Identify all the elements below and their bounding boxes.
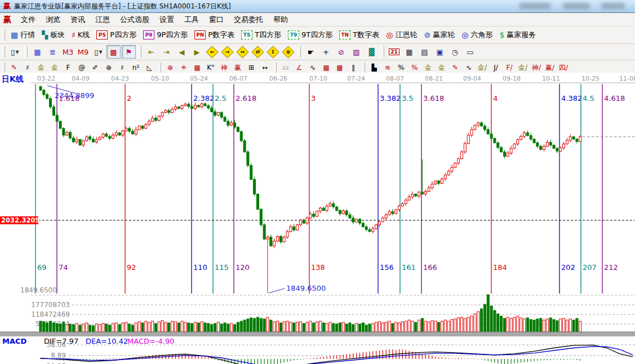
gold-gate-1-icon[interactable]: 金	[35, 61, 47, 74]
save-icon[interactable]: ▣	[433, 45, 447, 59]
red-grid-2-icon[interactable]: ▩	[334, 61, 346, 74]
pencil-tool-icon[interactable]: ✎	[8, 61, 20, 74]
menu-item[interactable]: 工具	[179, 14, 204, 26]
paint-tool-icon[interactable]: ▨	[349, 45, 363, 59]
color-volume-flag-icon[interactable]: ⚑	[122, 45, 136, 59]
wave-9-tool-icon[interactable]: M9	[76, 45, 90, 59]
gold-angle-2-icon[interactable]: 金/	[517, 61, 529, 74]
f-tool-icon[interactable]: F	[62, 61, 74, 74]
menu-item[interactable]: 交易委托	[229, 14, 268, 26]
gold-gate-2-icon[interactable]: 金	[48, 61, 61, 74]
calculator-icon[interactable]: ▦	[402, 45, 416, 59]
gold-angle-icon[interactable]: 金/	[476, 61, 489, 74]
gann-grid-tool-icon[interactable]: ▩	[106, 45, 121, 59]
tool-winner-wheel[interactable]: ⊚赢家轮	[420, 29, 458, 41]
tool-9p-square[interactable]: P99P四方形	[140, 29, 191, 41]
menu-item[interactable]: 帮助	[268, 14, 293, 26]
box-select-icon[interactable]: ▭	[279, 61, 292, 74]
tool-hexagon[interactable]: ◎六角形	[458, 29, 496, 41]
hand-tool-icon[interactable]: ☛	[304, 45, 318, 59]
menu-item[interactable]: 资讯	[65, 14, 90, 26]
diamond-left-icon[interactable]: ←	[205, 45, 219, 59]
first-page-icon[interactable]: ⇤	[144, 45, 158, 59]
gann-web-icon[interactable]: ✳	[177, 61, 190, 74]
ruler-123-icon[interactable]: ⊞	[245, 61, 257, 74]
shen-tool-icon[interactable]: 神	[218, 61, 230, 74]
spiral-tool-icon[interactable]: @	[76, 61, 88, 74]
menu-item[interactable]: 设置	[154, 14, 179, 26]
wave-3-tool-icon[interactable]: M3	[61, 45, 75, 59]
k-quote-icon[interactable]: K"	[205, 61, 217, 74]
gann-grid-icon[interactable]: ▦	[191, 61, 203, 74]
red-grid-1-icon[interactable]: ▦	[320, 61, 332, 74]
tool-sectors[interactable]: ▚板块	[38, 29, 68, 41]
bar-stats-icon[interactable]: ▙	[368, 61, 380, 74]
zigzag-tool-icon[interactable]: ∿	[307, 61, 319, 74]
angle-tool-icon[interactable]: ◺	[143, 61, 156, 74]
candle-style-dropdown-icon[interactable]: ▯▼	[8, 45, 22, 59]
printer-icon[interactable]: ▭	[463, 45, 477, 59]
pane-splitter[interactable]	[0, 332, 635, 336]
candle-tool-dropdown-icon[interactable]: ▯▼	[91, 45, 105, 59]
next-bar-icon[interactable]: ▶	[190, 45, 204, 59]
tool-t-square[interactable]: TST四方形	[238, 29, 285, 41]
clock-save-icon[interactable]: ◷	[448, 45, 462, 59]
circle-ruler-icon[interactable]: ⊕	[103, 61, 115, 74]
quote-info-list-icon[interactable]: ≣	[46, 45, 60, 59]
f-angle-icon[interactable]: F/	[503, 61, 516, 74]
tick-ruler-2-icon[interactable]: ♯	[116, 61, 128, 74]
candle	[362, 223, 364, 227]
j-angle-icon[interactable]: J/	[490, 61, 502, 74]
tool-gann-wheel[interactable]: ◎江恩轮	[383, 29, 420, 41]
tool-t-number-table[interactable]: TNT数字表	[336, 29, 383, 41]
gold-circle-2-icon[interactable]: 金	[436, 61, 448, 74]
tool-p-square[interactable]: PSP四方形	[93, 29, 140, 41]
menu-item[interactable]: 窗口	[204, 14, 229, 26]
volume-bar	[165, 322, 167, 332]
diamond-expand-icon[interactable]: ↔	[236, 45, 250, 59]
tool-kline[interactable]: ♯K线	[68, 29, 93, 41]
tool-p-number-table[interactable]: PNP数字表	[191, 29, 238, 41]
target-cross-icon[interactable]: ⊕	[164, 61, 176, 74]
slant-lines-icon[interactable]: ∥	[347, 61, 359, 74]
chart-canvas[interactable]: 日K线03-2204-0904-2305-1005-2406-0706-2607…	[0, 73, 635, 364]
menu-item[interactable]: 文件	[16, 14, 41, 26]
percent-wave-icon[interactable]: ≋	[381, 61, 394, 74]
menu-item[interactable]: 江恩	[90, 14, 115, 26]
wave-line-icon[interactable]: ∿	[463, 61, 475, 74]
candle	[451, 167, 453, 171]
menu-item[interactable]: 浏览	[41, 14, 65, 26]
prev-bar-icon[interactable]: ◀	[175, 45, 189, 59]
ying-tool-icon[interactable]: 赢	[232, 61, 244, 74]
tool-winner-service[interactable]: $赢家服务	[496, 29, 539, 41]
pencil-flag-icon[interactable]: ✎	[449, 61, 461, 74]
diamond-right-icon[interactable]: →	[220, 45, 234, 59]
candle	[533, 139, 535, 143]
diamond-swap-icon[interactable]: ⇄	[251, 45, 265, 59]
percent-line-icon[interactable]: %	[408, 61, 421, 74]
chart-window-icon[interactable]: ▦	[30, 45, 45, 59]
percent-icon[interactable]: %	[395, 61, 407, 74]
9p-square-label: 9P四方形	[157, 30, 188, 40]
calendar-21-icon[interactable]: 21	[387, 45, 401, 59]
width-arrows-icon[interactable]: ↔	[259, 61, 271, 74]
ying-angle-icon[interactable]: 赢/	[544, 61, 556, 74]
diamond-updown-icon[interactable]: ↕	[266, 45, 280, 59]
chart-area[interactable]: 日K线03-2204-0904-2305-1005-2406-0706-2607…	[0, 73, 635, 364]
pencil-2-icon[interactable]: ✐	[89, 61, 101, 74]
menu-item[interactable]: 公式选股	[115, 14, 154, 26]
si-angle-icon[interactable]: 四/	[557, 61, 570, 74]
gold-circle-1-icon[interactable]: 金	[422, 61, 434, 74]
last-page-icon[interactable]: ⇥	[159, 45, 174, 59]
crosshair-tool-icon[interactable]: +	[319, 45, 333, 59]
diamond-all-icon[interactable]: ⊕	[281, 45, 295, 59]
region-zoom-tool-icon[interactable]: ⊘	[334, 45, 348, 59]
notepad-icon[interactable]: ▤	[418, 45, 432, 59]
tool-9t-square[interactable]: T99T四方形	[285, 29, 336, 41]
rays-tool-icon[interactable]: ∠	[293, 61, 305, 74]
n-square-icon[interactable]: n²	[130, 61, 142, 74]
tool-quotes[interactable]: ▦行情	[7, 29, 38, 41]
shen-angle-icon[interactable]: 神/	[530, 61, 543, 74]
tick-ruler-icon[interactable]: ♯	[21, 61, 34, 74]
stats-tool-icon[interactable]: ▓	[365, 45, 379, 59]
